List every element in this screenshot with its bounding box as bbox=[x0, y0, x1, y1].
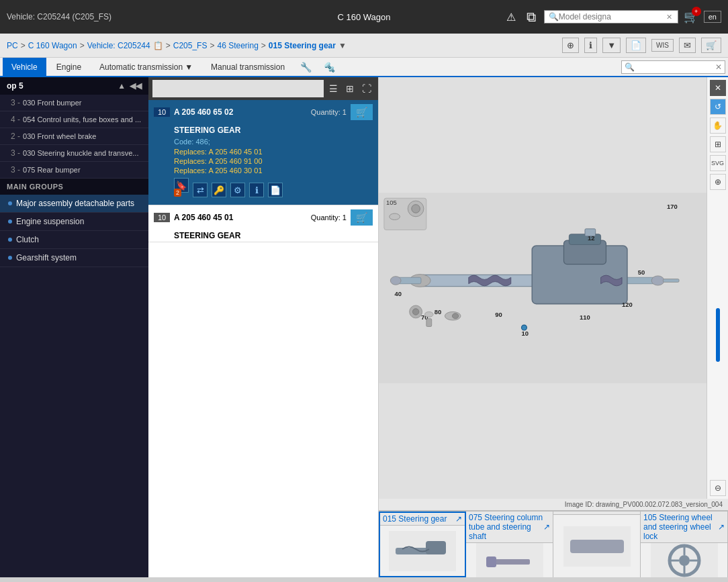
zoom-diagram-btn[interactable]: ⊕ bbox=[710, 174, 726, 190]
svg-point-5 bbox=[390, 213, 400, 220]
nav-search-input[interactable] bbox=[635, 63, 715, 71]
nav-search: 🔍 ✕ bbox=[621, 60, 725, 74]
sidebar-item-1[interactable]: 4 -054 Control units, fuse boxes and ... bbox=[0, 111, 148, 128]
add-to-cart-0[interactable]: 🛒 bbox=[351, 104, 373, 120]
tab-automatic[interactable]: Automatic transmission ▼ bbox=[91, 58, 201, 76]
wis-button[interactable]: WIS bbox=[651, 39, 674, 52]
svg-point-18 bbox=[522, 325, 527, 330]
copy-icon[interactable]: ⧉ bbox=[524, 7, 539, 28]
main-layout: op 5 ▲ ◀◀ 3 -030 Front bumper 4 -054 Con… bbox=[0, 77, 728, 577]
part-replaces-0c: Replaces: A 205 460 30 01 bbox=[148, 166, 378, 175]
sidebar-item-2[interactable]: 2 -030 Front wheel brake bbox=[0, 128, 148, 145]
zoom-in-button[interactable]: ⊕ bbox=[562, 38, 579, 53]
thumb-link-icon-0[interactable]: ↗ bbox=[455, 514, 462, 524]
group-label-1: Engine suspension bbox=[16, 217, 84, 226]
zoom-out-btn[interactable]: ⊖ bbox=[710, 480, 726, 496]
svg-text:80: 80 bbox=[435, 308, 442, 316]
part-number-0[interactable]: A 205 460 65 02 bbox=[174, 107, 307, 117]
group-label-3: Gearshift system bbox=[16, 253, 77, 262]
add-to-cart-1[interactable]: 🛒 bbox=[351, 209, 373, 226]
thumb-img-2 bbox=[553, 515, 640, 577]
tab-manual[interactable]: Manual transmission bbox=[202, 58, 293, 76]
group-item-2[interactable]: Clutch bbox=[0, 231, 148, 249]
part-pos-0: 10 bbox=[154, 107, 170, 117]
part-replaces-0b: Replaces: A 205 460 91 00 bbox=[148, 156, 378, 166]
list-view-button[interactable]: ☰ bbox=[326, 82, 340, 95]
tab-engine[interactable]: Engine bbox=[48, 58, 90, 76]
parts-search-input[interactable] bbox=[152, 80, 324, 97]
sidebar-close-icon[interactable]: ◀◀ bbox=[130, 81, 142, 91]
key-icon-0[interactable]: 🔑 bbox=[212, 183, 226, 197]
app-title: Vehicle: C205244 (C205_FS) bbox=[7, 12, 111, 21]
tab-tool-icon1[interactable]: 🔧 bbox=[295, 59, 317, 75]
part-number-1[interactable]: A 205 460 45 01 bbox=[174, 213, 307, 222]
svg-text:105: 105 bbox=[386, 199, 397, 206]
grid-view-button[interactable]: ⊞ bbox=[343, 82, 357, 95]
dropdown-arrow-icon[interactable]: ▼ bbox=[338, 41, 347, 50]
thumb-label-3: 105 Steering wheel and steering wheel lo… bbox=[641, 512, 727, 543]
part-qty-1: Quantity: 1 bbox=[311, 213, 347, 222]
breadcrumb-steering[interactable]: 46 Steering bbox=[217, 41, 258, 50]
sidebar-collapse-icon[interactable]: ▲ bbox=[118, 81, 126, 91]
settings-icon-0[interactable]: ⚙ bbox=[230, 183, 245, 197]
part-name-1: STEERING GEAR bbox=[148, 230, 378, 242]
svg-point-45 bbox=[679, 555, 690, 566]
doc-icon-0[interactable]: 📄 bbox=[268, 183, 283, 197]
cart2-button[interactable]: 🛒 bbox=[701, 38, 721, 53]
thumb-3[interactable]: 105 Steering wheel and steering wheel lo… bbox=[641, 512, 728, 577]
breadcrumb-pc[interactable]: PC bbox=[7, 41, 18, 50]
thumb-link-icon-1[interactable]: ↗ bbox=[543, 522, 550, 532]
thumb-label-1: 075 Steering column tube and steering sh… bbox=[466, 512, 553, 543]
info-icon-0[interactable]: ℹ bbox=[249, 183, 264, 197]
svg-text:110: 110 bbox=[580, 313, 590, 321]
sidebar-item-3[interactable]: 3 -030 Steering knuckle and transve... bbox=[0, 145, 148, 162]
main-groups-title: Main groups bbox=[0, 179, 148, 195]
nav-tabs: Vehicle Engine Automatic transmission ▼ … bbox=[0, 58, 728, 77]
svg-point-34 bbox=[452, 313, 458, 319]
expand-view-button[interactable]: ⛶ bbox=[359, 82, 374, 95]
svg-rect-40 bbox=[486, 556, 496, 567]
language-badge[interactable]: en bbox=[704, 11, 721, 23]
thumb-link-icon-3[interactable]: ↗ bbox=[718, 522, 725, 532]
svg-btn[interactable]: SVG bbox=[710, 155, 726, 171]
svg-text:170: 170 bbox=[667, 203, 678, 210]
thumb-0[interactable]: 015 Steering gear ↗ bbox=[379, 512, 466, 577]
vehicle-icon: 📋 bbox=[153, 41, 163, 50]
breadcrumb-vehicle[interactable]: Vehicle: C205244 bbox=[87, 41, 150, 50]
center-toolbar: ☰ ⊞ ⛶ bbox=[148, 77, 378, 100]
rotate-btn[interactable]: ↺ bbox=[710, 99, 726, 115]
breadcrumb-015[interactable]: 015 Steering gear bbox=[269, 41, 336, 50]
part-row-0: 10 A 205 460 65 02 Quantity: 1 🛒 STEERIN… bbox=[148, 100, 378, 205]
alert-icon[interactable]: ⚠ bbox=[504, 8, 518, 26]
sidebar-header: op 5 ▲ ◀◀ bbox=[0, 77, 148, 95]
close-right-btn[interactable]: ✕ bbox=[710, 80, 726, 96]
pan-btn[interactable]: ✋ bbox=[710, 117, 726, 134]
tab-dropdown-icon: ▼ bbox=[185, 62, 193, 72]
breadcrumb-wagon[interactable]: C 160 Wagon bbox=[28, 41, 77, 50]
group-dot bbox=[8, 220, 12, 224]
right-toolbar: ✕ ↺ ✋ ⊞ SVG ⊕ ⊖ bbox=[707, 77, 728, 499]
replace-icon-0[interactable]: ⇄ bbox=[193, 183, 208, 197]
model-search-input[interactable] bbox=[559, 12, 666, 21]
sidebar-item-4[interactable]: 3 -075 Rear bumper bbox=[0, 162, 148, 179]
thumb-1[interactable]: 075 Steering column tube and steering sh… bbox=[466, 512, 553, 577]
info-button[interactable]: ℹ bbox=[584, 38, 597, 53]
nav-search-clear[interactable]: ✕ bbox=[715, 62, 722, 72]
cart-button[interactable]: 🛒 + bbox=[684, 9, 698, 24]
mail-button[interactable]: ✉ bbox=[679, 38, 696, 53]
tab-tool-icon2[interactable]: 🔩 bbox=[318, 59, 340, 75]
breadcrumb-c205fs[interactable]: C205_FS bbox=[173, 41, 208, 50]
tab-vehicle[interactable]: Vehicle bbox=[3, 58, 46, 76]
clear-search-icon[interactable]: ✕ bbox=[666, 13, 672, 21]
zoom-fit-btn[interactable]: ⊞ bbox=[710, 136, 726, 152]
group-dot bbox=[8, 201, 12, 205]
filter-button[interactable]: ▼ bbox=[602, 38, 621, 53]
thumb-2[interactable] bbox=[553, 512, 641, 577]
document-button[interactable]: 📄 bbox=[626, 38, 646, 53]
group-item-1[interactable]: Engine suspension bbox=[0, 213, 148, 231]
sidebar-item-0[interactable]: 3 -030 Front bumper bbox=[0, 95, 148, 111]
group-item-0[interactable]: Major assembly detachable parts bbox=[0, 195, 148, 213]
parts-list: 10 A 205 460 65 02 Quantity: 1 🛒 STEERIN… bbox=[148, 100, 378, 577]
group-item-3[interactable]: Gearshift system bbox=[0, 249, 148, 267]
diagram-label: Image ID: drawing_PV000.002.072.083_vers… bbox=[379, 499, 728, 510]
